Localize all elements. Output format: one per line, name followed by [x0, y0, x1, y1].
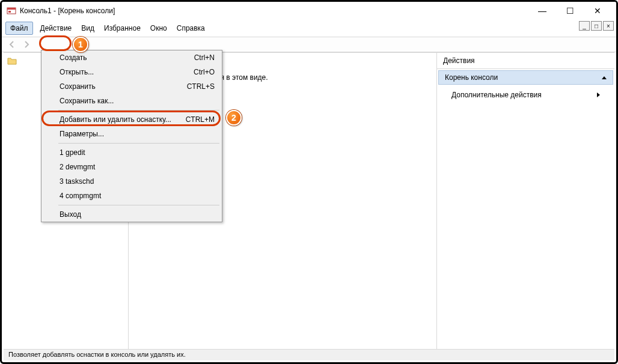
menu-item-add-remove-snapin[interactable]: Добавить или удалить оснастку... CTRL+M [41, 112, 222, 127]
menu-item-label: Добавить или удалить оснастку... [60, 115, 171, 124]
window-title: Консоль1 - [Корень консоли] [20, 7, 115, 15]
menu-item-shortcut: CTRL+S [175, 82, 215, 91]
menu-item-open[interactable]: Открыть... Ctrl+O [41, 65, 222, 79]
forward-button[interactable] [20, 38, 33, 51]
menu-item-label: Открыть... [60, 68, 94, 76]
menu-view[interactable]: Вид [76, 22, 99, 35]
menu-item-recent-4[interactable]: 4 compmgmt [41, 189, 222, 203]
annotation-marker-2: 2 [226, 110, 242, 126]
menu-item-save[interactable]: Сохранить CTRL+S [41, 79, 222, 94]
menu-item-recent-1[interactable]: 1 gpedit [41, 145, 222, 160]
actions-section-label: Корень консоли [445, 73, 498, 82]
menu-separator [58, 110, 219, 111]
mdi-close-button[interactable]: × [603, 21, 614, 31]
actions-section[interactable]: Корень консоли [438, 70, 613, 85]
menu-item-label: Сохранить как... [60, 97, 114, 105]
menu-item-label: Создать [60, 53, 87, 62]
app-icon [7, 6, 16, 16]
menu-action[interactable]: Действие [35, 22, 77, 35]
menu-window[interactable]: Окно [145, 22, 172, 35]
file-menu-dropdown: Создать Ctrl+N Открыть... Ctrl+O Сохрани… [41, 50, 222, 222]
menu-favorites[interactable]: Избранное [99, 22, 145, 35]
menu-item-shortcut: Ctrl+N [182, 53, 215, 62]
back-button[interactable] [5, 38, 19, 51]
folder-icon [7, 56, 17, 65]
menu-item-shortcut: Ctrl+O [182, 68, 215, 76]
menu-item-label: 3 taskschd [60, 177, 94, 186]
collapse-icon [602, 76, 607, 79]
menu-help[interactable]: Справка [172, 22, 210, 35]
menu-item-exit[interactable]: Выход [41, 207, 222, 222]
annotation-marker-1: 1 [73, 37, 88, 52]
menu-item-label: 1 gpedit [60, 148, 85, 157]
actions-header: Действия [437, 53, 614, 69]
menu-separator [58, 143, 219, 144]
menu-item-recent-3[interactable]: 3 taskschd [41, 174, 222, 189]
chevron-right-icon [597, 93, 600, 97]
menu-file[interactable]: Файл [5, 22, 33, 35]
menu-item-save-as[interactable]: Сохранить как... [41, 94, 222, 108]
menubar: Файл Действие Вид Избранное Окно Справка… [2, 20, 616, 37]
actions-more-label: Дополнительные действия [451, 91, 542, 99]
svg-rect-2 [8, 11, 11, 13]
window-titlebar: Консоль1 - [Корень консоли] — ☐ ✕ [2, 2, 616, 20]
minimize-button[interactable]: — [528, 2, 556, 20]
menu-item-recent-2[interactable]: 2 devmgmt [41, 160, 222, 174]
mdi-minimize-button[interactable]: _ [579, 21, 590, 31]
maximize-button[interactable]: ☐ [556, 2, 584, 20]
menu-item-options[interactable]: Параметры... [41, 127, 222, 141]
status-bar: Позволяет добавлять оснастки в консоль и… [4, 349, 614, 360]
menu-item-shortcut: CTRL+M [174, 115, 215, 124]
actions-pane: Действия Корень консоли Дополнительные д… [436, 53, 614, 349]
menu-item-new[interactable]: Создать Ctrl+N [41, 50, 222, 65]
menu-item-label: Сохранить [60, 82, 96, 91]
menu-item-label: Выход [60, 210, 81, 219]
mdi-restore-button[interactable]: □ [591, 21, 602, 31]
close-button[interactable]: ✕ [584, 2, 611, 20]
menu-item-label: 2 devmgmt [60, 163, 95, 171]
menu-item-label: 4 compmgmt [60, 192, 101, 200]
mdi-controls: _ □ × [578, 21, 614, 31]
menu-separator [58, 205, 219, 205]
status-text: Позволяет добавлять оснастки в консоль и… [8, 351, 186, 358]
menu-item-label: Параметры... [60, 130, 104, 138]
svg-rect-1 [7, 8, 16, 10]
actions-more[interactable]: Дополнительные действия [437, 86, 614, 104]
